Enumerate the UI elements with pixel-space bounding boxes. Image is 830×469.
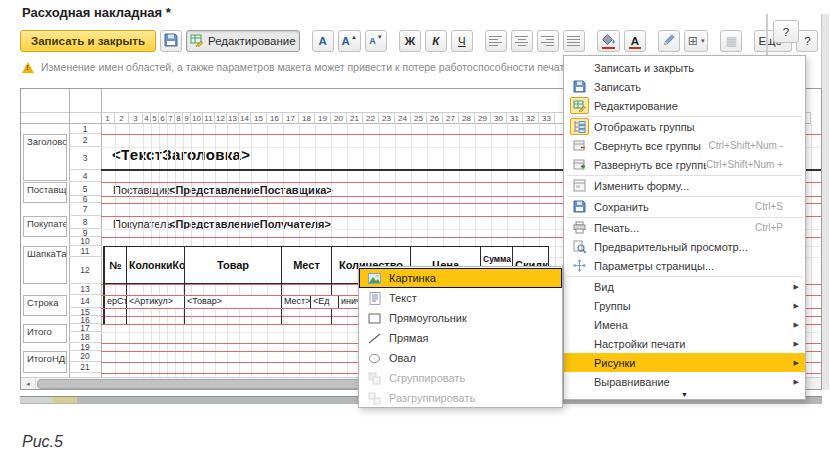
menu-item[interactable]: Редактирование: [564, 96, 805, 115]
cell-title-text[interactable]: <ТекстЗаголовка>: [112, 146, 250, 163]
column-header-cell[interactable]: 5: [151, 112, 159, 124]
menu-item[interactable]: Настройки печати▶: [564, 334, 805, 353]
align-justify-button[interactable]: [563, 30, 585, 52]
menu-item[interactable]: Картинка: [359, 268, 562, 288]
menu-item[interactable]: СохранитьCtrl+S: [564, 197, 805, 216]
menu-item[interactable]: Разгруппировать: [359, 388, 562, 408]
table-header-cell[interactable]: КолонкиКо: [126, 246, 185, 284]
borders-dropdown-button[interactable]: ⊞▾: [684, 30, 709, 52]
column-header-cell[interactable]: 10: [191, 112, 203, 124]
column-header-cell[interactable]: 14: [239, 112, 251, 124]
font-button[interactable]: А: [312, 30, 334, 52]
column-header-cell[interactable]: 23: [379, 112, 395, 124]
table-template-cell[interactable]: Мест>: [281, 295, 310, 308]
column-header-cell[interactable]: 6: [159, 112, 167, 124]
column-header-cell[interactable]: 4: [143, 112, 151, 124]
table-header-cell[interactable]: Товар: [184, 246, 282, 284]
column-header-cell[interactable]: 19: [315, 112, 331, 124]
column-header-cell[interactable]: 11: [203, 112, 215, 124]
help-button[interactable]: ?: [796, 30, 818, 52]
column-header-cell[interactable]: 26: [427, 112, 443, 124]
row-header-cell[interactable]: 1: [69, 124, 101, 134]
row-header-cell[interactable]: 19: [69, 343, 101, 351]
column-header-cell[interactable]: 8: [175, 112, 183, 124]
table-template-cell[interactable]: <Артикул>: [126, 295, 184, 308]
underline-button[interactable]: Ч: [451, 30, 473, 52]
menu-item[interactable]: Предварительный просмотр...: [564, 237, 805, 256]
menu-item[interactable]: Записать и закрыть: [564, 58, 805, 77]
column-header-cell[interactable]: 16: [267, 112, 283, 124]
menu-item[interactable]: Свернуть все группыCtrl+Shift+Num -: [564, 136, 805, 155]
column-header-cell[interactable]: 20: [331, 112, 347, 124]
menu-item[interactable]: Овал: [359, 348, 562, 368]
column-header-cell[interactable]: 29: [475, 112, 491, 124]
fill-color-button[interactable]: [597, 30, 620, 52]
column-header-cell[interactable]: 32: [523, 112, 539, 124]
column-header-cell[interactable]: 25: [411, 112, 427, 124]
menu-item[interactable]: Выравнивание▶: [564, 372, 805, 391]
section-label[interactable]: Поставщик: [23, 182, 67, 203]
row-header-cell[interactable]: 21: [69, 362, 101, 373]
table-header-cell[interactable]: №: [103, 246, 127, 284]
menu-item[interactable]: Рисунки▶: [564, 353, 805, 372]
column-header-cell[interactable]: 27: [443, 112, 459, 124]
row-header-cell[interactable]: 2: [69, 134, 101, 147]
merge-cells-button[interactable]: ▦: [720, 30, 742, 52]
section-label[interactable]: Покупатель: [23, 216, 67, 237]
row-header-cell[interactable]: 17: [69, 324, 101, 332]
row-header-cell[interactable]: 3: [69, 147, 101, 170]
section-label[interactable]: Итого: [23, 324, 67, 343]
row-header-cell[interactable]: 20: [69, 351, 101, 362]
section-label[interactable]: ШапкаТабли: [23, 246, 67, 284]
column-header-cell[interactable]: 9: [183, 112, 191, 124]
menu-item[interactable]: Развернуть все группыCtrl+Shift+Num +: [564, 155, 805, 174]
column-header-cell[interactable]: 1: [101, 112, 115, 124]
column-header-cell[interactable]: 17: [283, 112, 299, 124]
menu-item[interactable]: Параметры страницы...: [564, 256, 805, 275]
row-header-cell[interactable]: 10: [69, 237, 101, 246]
column-header-cell[interactable]: 12: [215, 112, 227, 124]
menu-item[interactable]: Печать...Ctrl+P: [564, 218, 805, 237]
table-header-cell[interactable]: Мест: [281, 246, 332, 284]
section-label[interactable]: Строка: [23, 295, 67, 316]
row-header-cell[interactable]: 11: [69, 246, 101, 257]
column-header-cell[interactable]: 28: [459, 112, 475, 124]
menu-item[interactable]: Записать: [564, 77, 805, 96]
column-header-cell[interactable]: 15: [251, 112, 267, 124]
column-header-cell[interactable]: 30: [491, 112, 507, 124]
column-header-cell[interactable]: 31: [507, 112, 523, 124]
font-color-button[interactable]: А: [624, 30, 646, 52]
panel-help-button[interactable]: ?: [773, 20, 799, 43]
italic-button[interactable]: К: [425, 30, 447, 52]
scrollbar-left-arrow-icon[interactable]: ◂: [21, 378, 36, 389]
menu-item[interactable]: Имена▶: [564, 315, 805, 334]
row-header-cell[interactable]: 7: [69, 203, 101, 216]
editing-toggle-button[interactable]: Редактирование: [186, 30, 300, 52]
column-header-cell[interactable]: 21: [347, 112, 363, 124]
column-header-cell[interactable]: 7: [167, 112, 175, 124]
table-template-cell[interactable]: <Ед: [310, 295, 338, 308]
align-center-button[interactable]: [511, 30, 533, 52]
section-label[interactable]: ИтогоНДС: [23, 351, 67, 373]
menu-item[interactable]: Сгруппировать: [359, 368, 562, 388]
menu-item[interactable]: Текст: [359, 288, 562, 308]
table-template-cell[interactable]: <Товар>: [184, 295, 281, 308]
section-label[interactable]: Заголовок: [23, 134, 67, 181]
row-header-cell[interactable]: 13: [69, 284, 101, 295]
menu-item[interactable]: Отображать группы: [564, 117, 805, 136]
menu-item[interactable]: Прямая: [359, 328, 562, 348]
bold-button[interactable]: Ж: [399, 30, 421, 52]
menu-scroll-down-icon[interactable]: ▼: [564, 390, 805, 399]
table-template-cell[interactable]: ерСтр: [103, 295, 126, 308]
column-header-cell[interactable]: 3: [129, 112, 143, 124]
column-header-cell[interactable]: 2: [115, 112, 129, 124]
font-decrease-button[interactable]: А▼: [365, 30, 387, 52]
save-and-close-button[interactable]: Записать и закрыть: [20, 30, 156, 52]
column-header-cell[interactable]: 22: [363, 112, 379, 124]
draw-pencil-button[interactable]: [658, 30, 680, 52]
column-header-cell[interactable]: 24: [395, 112, 411, 124]
save-button[interactable]: [160, 30, 182, 52]
column-header-cell[interactable]: 18: [299, 112, 315, 124]
column-header-cell[interactable]: 13: [227, 112, 239, 124]
row-header-cell[interactable]: 12: [69, 257, 101, 284]
